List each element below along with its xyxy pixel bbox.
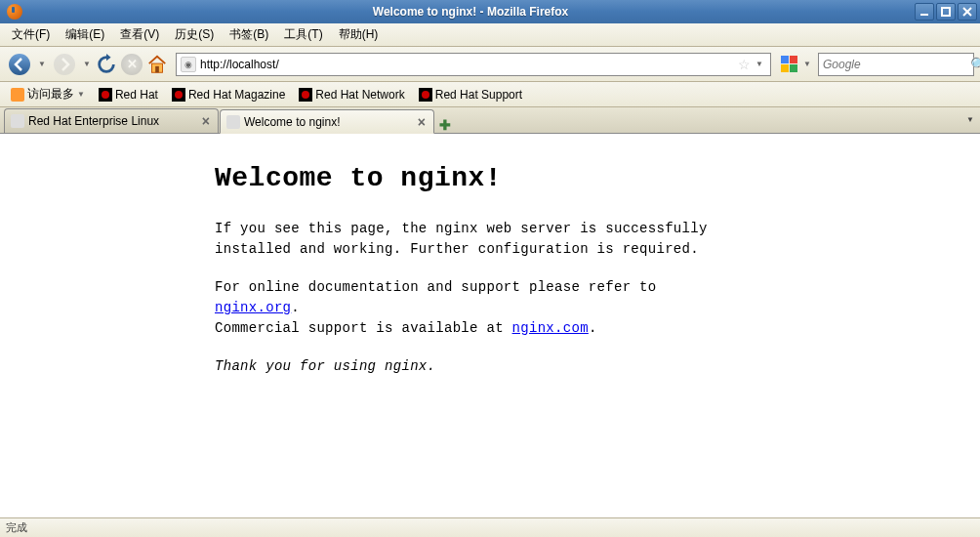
- svg-rect-11: [790, 64, 797, 72]
- maximize-button[interactable]: [936, 3, 956, 21]
- bookmark-redhat-support[interactable]: Red Hat Support: [414, 86, 527, 103]
- tab-redhat-linux[interactable]: Red Hat Enterprise Linux ×: [4, 108, 219, 133]
- status-bar: 完成: [0, 517, 980, 537]
- tab-title: Welcome to nginx!: [244, 115, 412, 129]
- page-content: Welcome to nginx! If you see this page, …: [0, 134, 980, 517]
- status-text: 完成: [6, 520, 27, 535]
- search-go-icon[interactable]: 🔍: [970, 57, 980, 72]
- svg-point-17: [302, 91, 309, 99]
- minimize-button[interactable]: [915, 3, 934, 21]
- tab-favicon: [11, 114, 24, 128]
- navigation-toolbar: ▼ ▼ ✕ ◉ ☆ ▼ ▼ 🔍: [0, 47, 980, 82]
- tab-welcome-nginx[interactable]: Welcome to nginx! ×: [220, 109, 434, 134]
- svg-rect-1: [942, 8, 950, 16]
- menu-help[interactable]: 帮助(H): [331, 23, 387, 46]
- window-title: Welcome to nginx! - Mozilla Firefox: [26, 5, 915, 19]
- svg-rect-8: [781, 56, 789, 63]
- bookmark-redhat-magazine[interactable]: Red Hat Magazine: [167, 86, 290, 103]
- page-thanks: Thank you for using nginx.: [215, 356, 722, 377]
- forward-button[interactable]: [51, 51, 78, 78]
- redhat-icon: [172, 88, 185, 102]
- url-bar[interactable]: ◉ ☆ ▼: [176, 53, 771, 76]
- page-paragraph-1: If you see this page, the nginx web serv…: [215, 219, 722, 260]
- redhat-icon: [419, 88, 432, 102]
- search-engine-dropdown[interactable]: ▼: [802, 60, 812, 68]
- page-heading: Welcome to nginx!: [215, 163, 980, 193]
- nginx-com-link[interactable]: nginx.com: [512, 320, 589, 336]
- tab-overflow-dropdown[interactable]: ▼: [966, 115, 974, 124]
- tab-favicon: [226, 115, 240, 129]
- forward-history-dropdown[interactable]: ▼: [82, 60, 92, 68]
- most-visited-button[interactable]: 访问最多 ▼: [6, 84, 90, 104]
- nginx-org-link[interactable]: nginx.org: [215, 300, 291, 315]
- redhat-icon: [99, 88, 112, 102]
- search-input[interactable]: [823, 58, 970, 71]
- bookmark-star-icon[interactable]: ☆: [736, 57, 753, 72]
- new-tab-button[interactable]: ✚: [435, 117, 455, 133]
- close-button[interactable]: [958, 3, 977, 21]
- menubar: 文件(F) 编辑(E) 查看(V) 历史(S) 书签(B) 工具(T) 帮助(H…: [0, 23, 980, 47]
- site-identity-icon[interactable]: ◉: [181, 57, 196, 72]
- bookmark-label: Red Hat Support: [435, 88, 522, 102]
- redhat-icon: [299, 88, 312, 102]
- bookmark-label: Red Hat Network: [315, 88, 404, 102]
- tab-bar: Red Hat Enterprise Linux × Welcome to ng…: [0, 107, 980, 134]
- svg-rect-9: [790, 56, 797, 63]
- tab-close-icon[interactable]: ×: [200, 113, 212, 129]
- stop-button[interactable]: ✕: [121, 54, 143, 75]
- bookmark-label: Red Hat Magazine: [188, 88, 285, 102]
- svg-rect-10: [781, 64, 789, 72]
- back-history-dropdown[interactable]: ▼: [37, 60, 47, 68]
- menu-edit[interactable]: 编辑(E): [58, 23, 112, 46]
- back-button[interactable]: [6, 51, 33, 78]
- bookmarks-toolbar: 访问最多 ▼ Red Hat Red Hat Magazine Red Hat …: [0, 82, 980, 107]
- home-button[interactable]: [146, 54, 168, 75]
- tab-title: Red Hat Enterprise Linux: [28, 114, 196, 128]
- svg-point-19: [422, 91, 429, 99]
- svg-point-15: [175, 91, 183, 99]
- svg-point-5: [54, 54, 75, 75]
- menu-file[interactable]: 文件(F): [4, 23, 58, 46]
- bookmark-redhat[interactable]: Red Hat: [94, 86, 163, 103]
- bookmark-label: Red Hat: [115, 88, 158, 102]
- menu-history[interactable]: 历史(S): [167, 23, 222, 46]
- chevron-down-icon: ▼: [77, 90, 85, 99]
- menu-tools[interactable]: 工具(T): [276, 23, 330, 46]
- most-visited-label: 访问最多: [27, 86, 74, 103]
- firefox-icon: [7, 4, 22, 20]
- url-dropdown[interactable]: ▼: [753, 60, 766, 68]
- tab-close-icon[interactable]: ×: [416, 114, 428, 130]
- svg-point-4: [9, 54, 30, 75]
- menu-view[interactable]: 查看(V): [112, 23, 167, 46]
- svg-rect-7: [155, 65, 159, 71]
- svg-point-13: [102, 91, 109, 99]
- search-engine-icon[interactable]: [781, 56, 798, 73]
- menu-bookmarks[interactable]: 书签(B): [222, 23, 276, 46]
- titlebar: Welcome to nginx! - Mozilla Firefox: [0, 0, 980, 23]
- reload-button[interactable]: [96, 54, 117, 75]
- page-paragraph-2: For online documentation and support ple…: [215, 277, 722, 339]
- url-input[interactable]: [200, 58, 736, 71]
- bookmark-redhat-network[interactable]: Red Hat Network: [294, 86, 409, 103]
- search-bar[interactable]: 🔍: [818, 53, 974, 76]
- most-visited-icon: [11, 88, 24, 102]
